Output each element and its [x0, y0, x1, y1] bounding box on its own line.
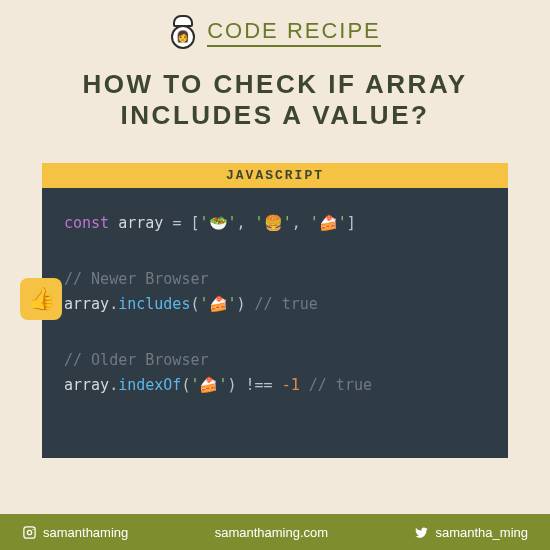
num-neg1: -1 [282, 376, 300, 394]
header: 👩 CODE RECIPE [0, 0, 550, 47]
emoji-cake: 🍰 [319, 214, 338, 232]
code-body: const array = ['🥗', '🍔', '🍰'] // Newer B… [42, 188, 508, 458]
op-eq: = [172, 214, 181, 232]
code-line-indexof: array.indexOf('🍰') !== -1 // true [64, 374, 486, 397]
website-text: samanthaming.com [215, 525, 328, 540]
brand-label: CODE RECIPE [207, 18, 381, 47]
code-line-includes: array.includes('🍰') // true [64, 293, 486, 316]
page-title: HOW TO CHECK IF ARRAY INCLUDES A VALUE? [0, 69, 550, 131]
twitter-handle: samantha_ming [414, 525, 528, 540]
code-line-decl: const array = ['🥗', '🍔', '🍰'] [64, 212, 486, 235]
keyword-const: const [64, 214, 109, 232]
emoji-burger: 🍔 [264, 214, 283, 232]
instagram-handle: samanthaming [22, 525, 128, 540]
fn-includes: includes [118, 295, 190, 313]
twitter-icon [414, 525, 429, 540]
code-block: JAVASCRIPT const array = ['🥗', '🍔', '🍰']… [42, 163, 508, 458]
chef-logo-icon: 👩 [169, 19, 197, 47]
instagram-icon [22, 525, 37, 540]
emoji-salad: 🥗 [209, 214, 228, 232]
emoji-cake-arg2: 🍰 [199, 376, 218, 394]
comment-true-1: // true [255, 295, 318, 313]
title-line-1: HOW TO CHECK IF ARRAY [82, 69, 467, 99]
emoji-cake-arg1: 🍰 [209, 295, 228, 313]
comment-older: // Older Browser [64, 349, 486, 372]
comment-true-2: // true [309, 376, 372, 394]
website-link: samanthaming.com [215, 525, 328, 540]
var-array: array [118, 214, 163, 232]
op-neq: !== [246, 376, 273, 394]
title-line-2: INCLUDES A VALUE? [121, 100, 430, 130]
footer: samanthaming samanthaming.com samantha_m… [0, 514, 550, 550]
code-language-bar: JAVASCRIPT [42, 163, 508, 188]
twitter-text: samantha_ming [435, 525, 528, 540]
fn-indexof: indexOf [118, 376, 181, 394]
instagram-text: samanthaming [43, 525, 128, 540]
comment-newer: // Newer Browser [64, 268, 486, 291]
thumbs-up-icon: 👍 [20, 278, 62, 320]
